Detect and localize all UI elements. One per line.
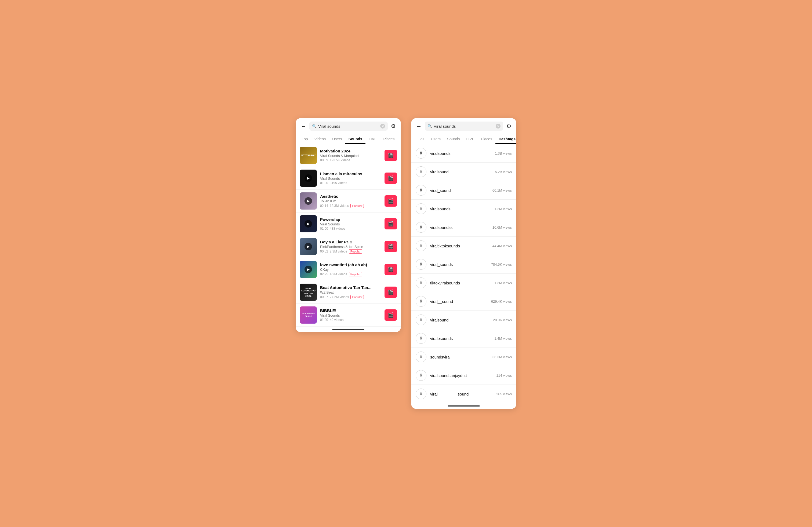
sound-info-bibble: BIBBLE! Viral Sounds 01:00 49 videos xyxy=(320,308,381,322)
sound-meta-bibble: 01:00 49 videos xyxy=(320,318,381,322)
use-button-love[interactable]: 🎬 xyxy=(385,264,397,275)
use-button-boys[interactable]: 🎬 xyxy=(385,241,397,252)
hashtag-item-12[interactable]: # viralsoundsanjaydutt 114 views xyxy=(411,366,516,385)
sound-thumb-aesthetic: ▶ xyxy=(300,192,317,210)
filter-button-left[interactable]: ⚙ xyxy=(390,122,397,131)
hash-name-4: viralsoundss xyxy=(430,225,489,230)
hash-name-13: viral_________sound xyxy=(430,392,492,396)
sound-info-powerslap: Powerslap Viral Sounds 01:00 438 videos xyxy=(320,217,381,230)
tab-top[interactable]: Top xyxy=(299,134,311,144)
hash-name-9: viralsound_ xyxy=(430,318,489,322)
hash-name-1: viralsound xyxy=(430,169,491,174)
use-button-beat[interactable]: 🎬 xyxy=(385,287,397,298)
home-indicator-left xyxy=(332,329,364,330)
sound-list: MOTIVACAO 2 Motivation 2024 Viral Sounds… xyxy=(296,144,401,327)
sound-meta-llamen: 01:00 3195 videos xyxy=(320,181,381,185)
hash-icon-4: # xyxy=(416,222,426,232)
hash-name-0: viralsounds xyxy=(430,151,491,156)
hashtag-item-5[interactable]: # viraltiktoksounds 44.4M views xyxy=(411,237,516,255)
hash-views-4: 10.6M views xyxy=(492,225,512,229)
tab-sounds[interactable]: Sounds xyxy=(345,134,365,144)
hash-icon-12: # xyxy=(416,370,426,381)
tab-users-right[interactable]: Users xyxy=(427,134,444,144)
back-button-left[interactable]: ← xyxy=(300,122,307,131)
use-button-aesthetic[interactable]: 🎬 xyxy=(385,195,397,207)
hashtag-item-4[interactable]: # viralsoundss 10.6M views xyxy=(411,218,516,237)
hashtag-item-9[interactable]: # viralsound_ 20.9K views xyxy=(411,311,516,329)
hashtag-item-3[interactable]: # viralsounds_ 1.2M views xyxy=(411,200,516,218)
sound-item-powerslap: ▶ Powerslap Viral Sounds 01:00 438 video… xyxy=(296,212,401,235)
sound-title-powerslap: Powerslap xyxy=(320,217,381,222)
back-button-right[interactable]: ← xyxy=(415,122,423,131)
sound-duration-boys: 00:52 xyxy=(320,250,328,253)
hash-name-5: viraltiktoksounds xyxy=(430,244,489,248)
hashtag-item-0[interactable]: # viralsounds 1.3B views xyxy=(411,144,516,163)
hash-icon-2: # xyxy=(416,185,426,196)
hash-name-7: tiktokviralsounds xyxy=(430,281,491,285)
hash-name-2: viral_sound xyxy=(430,188,489,193)
hash-name-6: viral_sounds xyxy=(430,262,487,267)
hash-views-13: 265 views xyxy=(496,392,512,396)
tab-top-right[interactable]: ...os xyxy=(414,134,427,144)
hash-name-12: viralsoundsanjaydutt xyxy=(430,373,492,378)
hash-views-0: 1.3B views xyxy=(495,151,512,155)
sound-meta-boys: 00:52 2.3M videos Popular xyxy=(320,249,381,254)
use-button-bibble[interactable]: 🎬 xyxy=(385,310,397,321)
sound-info-boys: Boy's a Liar Pt. 2 PinkPantheress & Ice … xyxy=(320,240,381,254)
play-icon-llamen: ▶ xyxy=(305,175,312,182)
sound-meta-powerslap: 01:00 438 videos xyxy=(320,227,381,230)
tab-sounds-right[interactable]: Sounds xyxy=(444,134,463,144)
thumb-text-beat: BEAT AUTOMOTIVO TAN TAN VIRAL xyxy=(300,287,317,298)
clear-button-right[interactable]: ✕ xyxy=(496,124,501,129)
tabs-left: Top Videos Users Sounds LIVE Places Has.… xyxy=(296,134,401,144)
sound-thumb-bibble: Viral Sounds Bibble! xyxy=(300,306,317,323)
hashtag-item-13[interactable]: # viral_________sound 265 views xyxy=(411,385,516,403)
hashtag-item-8[interactable]: # viral__sound 629.4K views xyxy=(411,292,516,311)
filter-button-right[interactable]: ⚙ xyxy=(505,122,512,131)
tab-places-right[interactable]: Places xyxy=(478,134,495,144)
hashtag-item-6[interactable]: # viral_sounds 784.5K views xyxy=(411,255,516,274)
tab-live-right[interactable]: LIVE xyxy=(463,134,478,144)
tab-users[interactable]: Users xyxy=(329,134,345,144)
hash-icon-11: # xyxy=(416,351,426,362)
hashtag-item-10[interactable]: # viralesounds 1.4M views xyxy=(411,329,516,348)
hash-views-10: 1.4M views xyxy=(494,336,512,341)
right-phone: ← 🔍 Viral sounds ✕ ⚙ ...os Users Sounds … xyxy=(411,118,516,409)
hash-icon-9: # xyxy=(416,315,426,325)
sound-videos-powerslap: 438 videos xyxy=(330,227,345,230)
popular-badge-aesthetic: Popular xyxy=(350,204,364,208)
use-button-powerslap[interactable]: 🎬 xyxy=(385,218,397,229)
sound-videos-beat: 27.2M videos xyxy=(330,295,349,299)
search-bar-left: ← 🔍 Viral sounds ✕ ⚙ xyxy=(296,118,401,134)
sound-thumb-love: ▶ xyxy=(300,261,317,278)
sound-videos-love: 4.2M videos xyxy=(330,272,347,276)
thumb-text-bibble: Viral Sounds Bibble! xyxy=(300,312,317,318)
play-icon-powerslap: ▶ xyxy=(305,220,312,228)
sound-thumb-beat: BEAT AUTOMOTIVO TAN TAN VIRAL xyxy=(300,284,317,301)
use-button-motivation[interactable]: 🎬 xyxy=(385,150,397,161)
clear-button-left[interactable]: ✕ xyxy=(380,124,385,129)
use-button-llamen[interactable]: 🎬 xyxy=(385,172,397,184)
sound-item-aesthetic: ▶ Aesthetic Tollan Kim 02:14 12.3M video… xyxy=(296,190,401,212)
sound-duration-love: 02:25 xyxy=(320,272,328,276)
search-input-wrap-right[interactable]: 🔍 Viral sounds ✕ xyxy=(425,122,503,131)
tab-videos[interactable]: Videos xyxy=(311,134,329,144)
tab-live[interactable]: LIVE xyxy=(365,134,380,144)
sound-duration-aesthetic: 02:14 xyxy=(320,204,328,208)
sound-thumb-llamen: ▶ xyxy=(300,169,317,187)
tabs-right: ...os Users Sounds LIVE Places Hashtags xyxy=(411,134,516,144)
hash-views-9: 20.9K views xyxy=(493,318,512,322)
hashtag-item-11[interactable]: # soundsviral 36.3M views xyxy=(411,348,516,366)
hashtag-item-1[interactable]: # viralsound 5.2B views xyxy=(411,163,516,181)
hash-views-1: 5.2B views xyxy=(495,170,512,174)
hash-views-6: 784.5K views xyxy=(491,262,512,267)
search-icon-right: 🔍 xyxy=(427,124,432,128)
search-input-wrap-left[interactable]: 🔍 Viral sounds ✕ xyxy=(309,122,388,131)
tab-hashtags-left[interactable]: Has... xyxy=(398,134,401,144)
tab-places[interactable]: Places xyxy=(380,134,398,144)
hash-icon-6: # xyxy=(416,259,426,270)
tab-hashtags-right[interactable]: Hashtags xyxy=(495,134,516,144)
sound-thumb-boys: ▶ xyxy=(300,238,317,255)
hashtag-item-7[interactable]: # tiktokviralsounds 1.3M views xyxy=(411,274,516,292)
hashtag-item-2[interactable]: # viral_sound 60.1M views xyxy=(411,181,516,200)
